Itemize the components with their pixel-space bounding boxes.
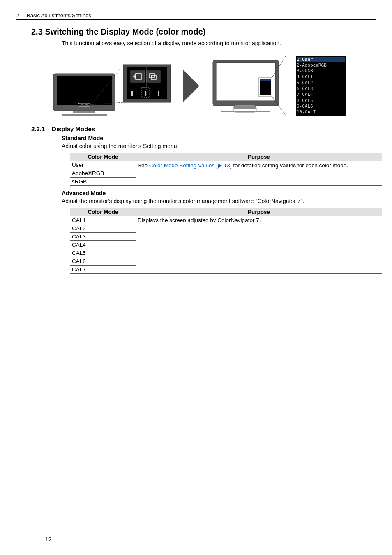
- subsection-name: Display Modes: [52, 125, 95, 132]
- standard-mode-heading: Standard Mode: [62, 135, 376, 141]
- mode-cell: sRGB: [70, 178, 136, 186]
- osd-item: 10-CAL7: [297, 109, 345, 115]
- purpose-cell: Displays the screen adjusted by ColorNav…: [136, 216, 382, 274]
- mode-cell: CAL2: [70, 224, 136, 233]
- col-purpose-header: Purpose: [136, 208, 382, 216]
- section-number: 2.3: [31, 27, 43, 36]
- header-chapter: 2: [16, 12, 19, 18]
- osd-item: 4-CAL1: [297, 74, 345, 80]
- osd-menu: 1-User 2-Adobe®RGB 3-sRGB 4-CAL1 5-CAL2 …: [294, 54, 348, 118]
- purpose-cell: See Color Mode Setting Values [▶ 13] for…: [136, 161, 382, 186]
- svg-rect-18: [145, 91, 146, 96]
- osd-item: 3-sRGB: [297, 68, 345, 74]
- monitor-controls-diagram: [49, 53, 173, 119]
- table-header-row: Color Mode Purpose: [70, 153, 382, 161]
- mode-cell: CAL5: [70, 249, 136, 257]
- mode-cell: CAL6: [70, 257, 136, 266]
- col-mode-header: Color Mode: [70, 208, 136, 216]
- standard-mode-desc: Adjust color using the monitor's Setting…: [62, 143, 376, 149]
- subsection-title: 2.3.1 Display Modes: [31, 125, 376, 132]
- advanced-mode-desc: Adjust the monitor's display using the m…: [62, 198, 376, 204]
- osd-item: 2-Adobe®RGB: [297, 62, 345, 68]
- diagram-area: 1-User 2-Adobe®RGB 3-sRGB 4-CAL1 5-CAL2 …: [49, 53, 376, 119]
- osd-item: 6-CAL3: [297, 86, 345, 92]
- osd-item: 1-User: [297, 57, 345, 62]
- purpose-link[interactable]: Color Mode Setting Values [▶ 13]: [149, 162, 232, 169]
- svg-rect-11: [146, 71, 160, 82]
- svg-rect-17: [131, 91, 133, 96]
- section-title: 2.3 Switching the Display Mode (color mo…: [31, 27, 376, 37]
- col-purpose-header: Purpose: [136, 153, 382, 161]
- mode-cell: Adobe®RGB: [70, 169, 136, 178]
- svg-rect-27: [260, 79, 271, 95]
- purpose-suffix: for detailed setting values for each col…: [231, 162, 348, 169]
- mode-cell: CAL7: [70, 266, 136, 274]
- subsection-number: 2.3.1: [31, 125, 45, 132]
- page-number: 12: [45, 536, 52, 543]
- osd-item: 7-CAL4: [297, 92, 345, 97]
- arrow-icon: [181, 67, 201, 104]
- standard-mode-table: Color Mode Purpose User See Color Mode S…: [70, 153, 382, 186]
- header-separator: |: [21, 12, 25, 18]
- section-intro: This function allows easy selection of a…: [62, 40, 376, 46]
- header-title: Basic Adjustments/Settings: [27, 12, 91, 18]
- table-row: CAL1 Displays the screen adjusted by Col…: [70, 216, 382, 224]
- osd-item: 9-CAL6: [297, 104, 345, 109]
- svg-rect-2: [73, 111, 95, 113]
- mode-cell: CAL4: [70, 241, 136, 249]
- svg-rect-19: [158, 91, 159, 96]
- table-header-row: Color Mode Purpose: [70, 208, 382, 216]
- svg-rect-1: [57, 76, 112, 105]
- mode-cell: CAL1: [70, 216, 136, 224]
- purpose-prefix: See: [138, 162, 149, 169]
- advanced-mode-heading: Advanced Mode: [62, 190, 376, 197]
- svg-rect-23: [234, 106, 256, 109]
- mode-cell: User: [70, 161, 136, 169]
- section-name: Switching the Display Mode (color mode): [45, 27, 205, 36]
- table-row: User See Color Mode Setting Values [▶ 13…: [70, 161, 382, 169]
- monitor-result-diagram: [210, 53, 286, 119]
- svg-rect-28: [260, 79, 271, 81]
- col-mode-header: Color Mode: [70, 153, 136, 161]
- page-header: 2 | Basic Adjustments/Settings: [16, 12, 376, 20]
- mode-cell: CAL3: [70, 233, 136, 241]
- advanced-mode-table: Color Mode Purpose CAL1 Displays the scr…: [70, 208, 382, 274]
- osd-item: 8-CAL5: [297, 98, 345, 104]
- osd-item: 5-CAL2: [297, 80, 345, 86]
